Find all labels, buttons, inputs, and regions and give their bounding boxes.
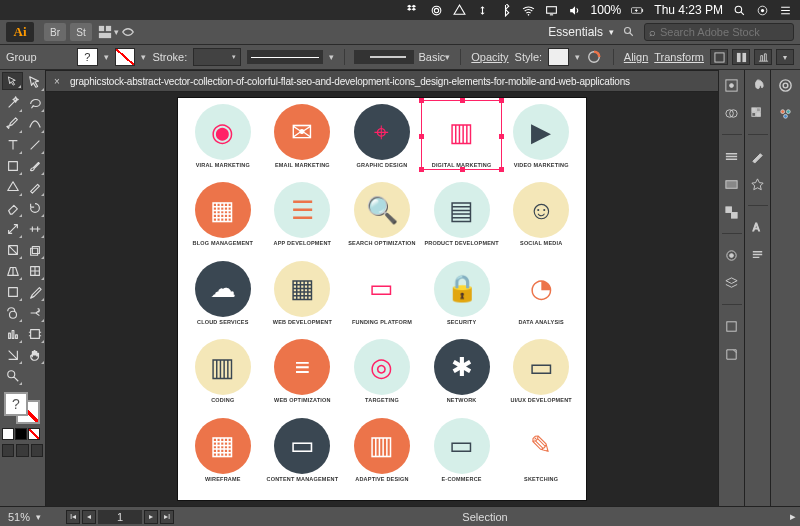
hand-tool[interactable] bbox=[24, 345, 45, 365]
transform-link[interactable]: Transform bbox=[654, 51, 704, 63]
gradient-panel-icon[interactable] bbox=[723, 175, 741, 193]
rotate-tool[interactable] bbox=[24, 198, 45, 218]
appearance-panel-icon[interactable] bbox=[723, 246, 741, 264]
artboard[interactable]: ◉VIRAL MARKETING✉EMAIL MARKETING⌖GRAPHIC… bbox=[178, 98, 586, 500]
stroke-panel-icon[interactable] bbox=[723, 147, 741, 165]
artboard-cell[interactable]: ◎TARGETING bbox=[343, 339, 421, 415]
color-mode-icon[interactable] bbox=[2, 428, 14, 440]
artboard-tool[interactable] bbox=[24, 324, 45, 344]
symbol-sprayer-tool[interactable] bbox=[24, 303, 45, 323]
artboard-cell[interactable]: ☺SOCIAL MEDIA bbox=[502, 182, 580, 258]
artboard-cell[interactable]: ☁CLOUD SERVICES bbox=[184, 261, 262, 337]
adobe-stock-search[interactable]: ⌕ bbox=[644, 23, 794, 41]
creative-cloud-icon[interactable] bbox=[430, 4, 443, 17]
libraries-panel-icon[interactable] bbox=[777, 76, 795, 94]
eyedropper-tool[interactable] bbox=[24, 282, 45, 302]
artboard-cell[interactable]: ▦WEB DEVELOPMENT bbox=[264, 261, 342, 337]
artboard-cell[interactable]: ⌖GRAPHIC DESIGN bbox=[343, 104, 421, 180]
properties-panel-icon[interactable] bbox=[723, 76, 741, 94]
brushes-panel-icon[interactable] bbox=[749, 147, 767, 165]
column-graph-tool[interactable] bbox=[2, 324, 23, 344]
fill-stroke-widget[interactable]: ? bbox=[2, 390, 44, 422]
pathfinder-panel-icon[interactable] bbox=[723, 104, 741, 122]
stroke-weight-select[interactable]: ▾ bbox=[193, 48, 241, 66]
free-transform-tool[interactable] bbox=[2, 240, 23, 260]
lasso-tool[interactable] bbox=[24, 93, 45, 113]
shaper-tool[interactable] bbox=[2, 177, 23, 197]
color-panel-icon[interactable] bbox=[749, 76, 767, 94]
normal-screen-icon[interactable] bbox=[2, 444, 14, 457]
prev-artboard-button[interactable]: ◂ bbox=[82, 510, 96, 524]
artboard-cell[interactable]: ≡WEB OPTIMIZATION bbox=[264, 339, 342, 415]
magic-wand-tool[interactable] bbox=[2, 93, 23, 113]
artboard-cell[interactable]: ▥DIGITAL MARKETING bbox=[423, 104, 501, 180]
line-segment-tool[interactable] bbox=[24, 135, 45, 155]
mesh-tool[interactable] bbox=[24, 261, 45, 281]
shape-builder-tool[interactable] bbox=[24, 240, 45, 260]
align-link[interactable]: Align bbox=[624, 51, 648, 63]
first-artboard-button[interactable]: I◂ bbox=[66, 510, 80, 524]
artboard-cell[interactable]: ▭UI/UX DEVELOPMENT bbox=[502, 339, 580, 415]
transparency-panel-icon[interactable] bbox=[723, 203, 741, 221]
brush-definition[interactable] bbox=[247, 50, 322, 64]
layers-panel-icon[interactable] bbox=[723, 274, 741, 292]
perspective-grid-tool[interactable] bbox=[2, 261, 23, 281]
edit-contents-icon[interactable] bbox=[732, 49, 750, 65]
artboard-cell[interactable]: ▦BLOG MANAGEMENT bbox=[184, 182, 262, 258]
artboard-cell[interactable]: ☰APP DEVELOPMENT bbox=[264, 182, 342, 258]
none-mode-icon[interactable] bbox=[28, 428, 40, 440]
artboard-number[interactable]: 1 bbox=[98, 510, 142, 524]
stroke-swatch[interactable] bbox=[115, 48, 136, 66]
next-artboard-button[interactable]: ▸ bbox=[144, 510, 158, 524]
artboard-cell[interactable]: ▤PRODUCT DEVELOPMENT bbox=[423, 182, 501, 258]
isolate-group-icon[interactable] bbox=[710, 49, 728, 65]
artboard-cell[interactable]: ▥ADAPTIVE DESIGN bbox=[343, 418, 421, 494]
artboard-cell[interactable]: ▶VIDEO MARKETING bbox=[502, 104, 580, 180]
variable-width-profile[interactable] bbox=[354, 50, 414, 64]
paragraph-panel-icon[interactable] bbox=[749, 246, 767, 264]
artboard-cell[interactable]: ◉VIRAL MARKETING bbox=[184, 104, 262, 180]
graphic-style-swatch[interactable] bbox=[548, 48, 569, 66]
character-panel-icon[interactable]: A bbox=[749, 218, 767, 236]
artboard-cell[interactable]: ▦WIREFRAME bbox=[184, 418, 262, 494]
artboard-cell[interactable]: ▥CODING bbox=[184, 339, 262, 415]
stock-button[interactable]: St bbox=[70, 23, 92, 41]
workspace-switcher[interactable]: Essentials ▾ bbox=[542, 25, 620, 39]
canvas[interactable]: ◉VIRAL MARKETING✉EMAIL MARKETING⌖GRAPHIC… bbox=[46, 92, 718, 506]
options-chevron-icon[interactable]: ▾ bbox=[776, 49, 794, 65]
wifi-icon[interactable] bbox=[522, 4, 535, 17]
gradient-mode-icon[interactable] bbox=[15, 428, 27, 440]
curvature-tool[interactable] bbox=[24, 114, 45, 134]
blend-tool[interactable] bbox=[2, 303, 23, 323]
zoom-select[interactable]: 51%▾ bbox=[0, 511, 60, 523]
zoom-tool[interactable] bbox=[2, 366, 23, 386]
selection-tool[interactable] bbox=[2, 72, 23, 90]
search-input[interactable] bbox=[660, 26, 789, 38]
scale-tool[interactable] bbox=[2, 219, 23, 239]
align-panel-icon[interactable] bbox=[754, 49, 772, 65]
pencil-tool[interactable] bbox=[24, 177, 45, 197]
artboard-cell[interactable]: ▭CONTENT MANAGEMENT bbox=[264, 418, 342, 494]
bridge-button[interactable]: Br bbox=[44, 23, 66, 41]
document-tab[interactable]: × graphicstock-abstract-vector-collectio… bbox=[46, 70, 718, 92]
direct-selection-tool[interactable] bbox=[24, 72, 45, 92]
artboard-cell[interactable]: ▭E-COMMERCE bbox=[423, 418, 501, 494]
fill-swatch[interactable]: ? bbox=[77, 48, 98, 66]
gradient-tool[interactable] bbox=[2, 282, 23, 302]
notification-center-icon[interactable] bbox=[779, 4, 792, 17]
spotlight-icon[interactable] bbox=[733, 4, 746, 17]
opacity-link[interactable]: Opacity bbox=[471, 51, 508, 63]
brush-chevron-icon[interactable]: ▾ bbox=[329, 52, 334, 62]
artboard-cell[interactable]: ▭FUNDING PLATFORM bbox=[343, 261, 421, 337]
pen-tool[interactable] bbox=[2, 114, 23, 134]
slice-tool[interactable] bbox=[2, 345, 23, 365]
symbols-panel-icon[interactable] bbox=[749, 175, 767, 193]
status-menu-button[interactable]: ▸ bbox=[790, 510, 796, 523]
display-icon[interactable] bbox=[545, 4, 558, 17]
full-screen-icon[interactable] bbox=[16, 444, 28, 457]
artboards-panel-icon[interactable] bbox=[723, 317, 741, 335]
eraser-tool[interactable] bbox=[2, 198, 23, 218]
fill-color[interactable]: ? bbox=[4, 392, 28, 416]
volume-icon[interactable] bbox=[568, 4, 581, 17]
sync-icon[interactable] bbox=[476, 4, 489, 17]
